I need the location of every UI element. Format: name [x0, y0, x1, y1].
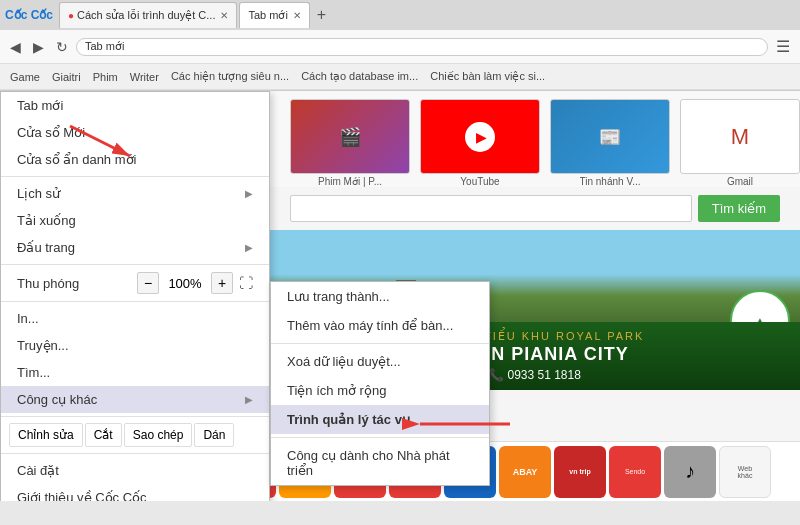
thumbnail-youtube[interactable]: ▶ YouTube: [420, 99, 540, 187]
zoom-minus-button[interactable]: −: [137, 272, 159, 294]
submenu-tien-ich[interactable]: Tiện ích mở rộng: [271, 376, 489, 405]
main-content: 🎬 Phim Mới | P... ▶ YouTube: [0, 91, 800, 501]
submenu-cong-cu-khac: Lưu trang thành... Thêm vào máy tính để …: [270, 281, 490, 486]
nav-bar: ◀ ▶ ↻ ☰: [0, 30, 800, 64]
menu-tim-label: Tìm...: [17, 365, 50, 380]
submenu-trinh-quan-ly[interactable]: Trình quản lý tác vụ: [271, 405, 489, 434]
tab-inactive-label: Cách sửa lỗi trình duyệt C...: [77, 9, 215, 22]
zoom-value: 100%: [165, 276, 205, 291]
thumbnail-youtube-label: YouTube: [460, 176, 499, 187]
divider-4: [1, 416, 269, 417]
menu-tim[interactable]: Tìm...: [1, 359, 269, 386]
bookmark-banlam[interactable]: Chiếc bàn làm việc si...: [426, 69, 549, 84]
music-icon: ♪: [685, 460, 695, 483]
gmail-icon: M: [731, 124, 749, 150]
submenu-xoa-du-lieu[interactable]: Xoá dữ liệu duyệt...: [271, 347, 489, 376]
submenu-them-vao[interactable]: Thêm vào máy tính để bàn...: [271, 311, 489, 340]
tab-active-label: Tab mới: [248, 9, 287, 22]
submenu-divider-1: [271, 343, 489, 344]
menu-cua-so-an-danh[interactable]: Cửa sổ ẩn danh mới: [1, 146, 269, 173]
thumbnail-tinnhanh-label: Tin nhánh V...: [580, 176, 641, 187]
bookmark-hientuong[interactable]: Các hiện tượng siêu n...: [167, 69, 293, 84]
menu-dau-trang[interactable]: Đấu trang ▶: [1, 234, 269, 261]
menu-truyen-label: Truyện...: [17, 338, 69, 353]
arrow-icon: ▶: [245, 188, 253, 199]
menu-cua-so-moi-label: Cửa sổ Mới: [17, 125, 85, 140]
menu-dau-trang-label: Đấu trang: [17, 240, 75, 255]
search-button[interactable]: Tìm kiếm: [698, 195, 780, 222]
search-input[interactable]: [290, 195, 692, 222]
arrow-icon-3: ▶: [245, 394, 253, 405]
cat-button[interactable]: Cắt: [85, 423, 122, 447]
dan-button[interactable]: Dán: [194, 423, 234, 447]
tab-icon: ●: [68, 10, 74, 21]
youtube-play-icon: ▶: [476, 129, 487, 145]
phone-number: 0933 51 1818: [507, 368, 580, 382]
tab-close-inactive[interactable]: ✕: [220, 10, 228, 21]
menu-tai-xuong[interactable]: Tải xuống: [1, 207, 269, 234]
bookmark-giaitri[interactable]: Giaitri: [48, 70, 85, 84]
thumbnails-row: 🎬 Phim Mới | P... ▶ YouTube: [290, 99, 790, 187]
thumbnail-phim[interactable]: 🎬 Phim Mới | P...: [290, 99, 410, 187]
bookmark-phim[interactable]: Phim: [89, 70, 122, 84]
divider-2: [1, 264, 269, 265]
tab-close-active[interactable]: ✕: [293, 10, 301, 21]
menu-gioi-thieu[interactable]: Giới thiệu về Cốc Cốc: [1, 484, 269, 501]
submenu-cong-cu-nha-phat-trien[interactable]: Công cụ dành cho Nhà phát triển: [271, 441, 489, 485]
app-webkhac[interactable]: Webkhác: [719, 446, 771, 498]
browser-logo: Cốc Cốc: [5, 8, 53, 22]
divider-5: [1, 453, 269, 454]
edit-group: Chỉnh sửa Cắt Sao chép Dán: [1, 420, 269, 450]
zoom-row: Thu phóng − 100% + ⛶: [1, 268, 269, 298]
abay-label: ABAY: [513, 467, 538, 477]
back-button[interactable]: ◀: [6, 37, 25, 57]
menu-cong-cu-khac-label: Công cụ khác: [17, 392, 97, 407]
thumbnail-gmail-image: M: [680, 99, 800, 174]
thumbnail-gmail-label: Gmail: [727, 176, 753, 187]
bookmark-database[interactable]: Cách tạo database im...: [297, 69, 422, 84]
sendo2-label: Sendo: [625, 468, 645, 475]
menu-lich-su[interactable]: Lịch sử ▶: [1, 180, 269, 207]
thumbnail-phim-image: 🎬: [290, 99, 410, 174]
address-bar[interactable]: [76, 38, 768, 56]
bookmark-game[interactable]: Game: [6, 70, 44, 84]
thumbnail-gmail[interactable]: M Gmail: [680, 99, 800, 187]
app-music[interactable]: ♪: [664, 446, 716, 498]
zoom-fullscreen-button[interactable]: ⛶: [239, 275, 253, 291]
menu-cua-so-moi[interactable]: Cửa sổ Mới: [1, 119, 269, 146]
chinh-sua-button[interactable]: Chỉnh sửa: [9, 423, 83, 447]
menu-cai-dat-label: Cài đặt: [17, 463, 59, 478]
thumbnail-phim-label: Phim Mới | P...: [318, 176, 382, 187]
app-sendo2[interactable]: Sendo: [609, 446, 661, 498]
webkhac-label: Webkhác: [738, 465, 753, 479]
refresh-button[interactable]: ↻: [52, 37, 72, 57]
menu-lich-su-label: Lịch sử: [17, 186, 60, 201]
thumbnail-tinnhanh[interactable]: 📰 Tin nhánh V...: [550, 99, 670, 187]
zoom-plus-button[interactable]: +: [211, 272, 233, 294]
new-tab-button[interactable]: +: [312, 6, 331, 24]
menu-tab-moi[interactable]: Tab mới: [1, 92, 269, 119]
app-vntrip[interactable]: vn trip: [554, 446, 606, 498]
phone-icon: 📞: [489, 368, 504, 382]
divider-1: [1, 176, 269, 177]
menu-cai-dat[interactable]: Cài đặt: [1, 457, 269, 484]
vntrip-label: vn trip: [569, 468, 590, 475]
bookmark-writer[interactable]: Writer: [126, 70, 163, 84]
menu-cua-so-an-danh-label: Cửa sổ ẩn danh mới: [17, 152, 136, 167]
tab-active[interactable]: Tab mới ✕: [239, 2, 309, 28]
dropdown-menu: Tab mới Cửa sổ Mới Cửa sổ ẩn danh mới Lị…: [0, 91, 270, 501]
sao-chep-button[interactable]: Sao chép: [124, 423, 193, 447]
forward-button[interactable]: ▶: [29, 37, 48, 57]
menu-tab-moi-label: Tab mới: [17, 98, 63, 113]
submenu-luu-trang[interactable]: Lưu trang thành...: [271, 282, 489, 311]
thumbnail-tinnhanh-image: 📰: [550, 99, 670, 174]
menu-truyen[interactable]: Truyện...: [1, 332, 269, 359]
menu-button[interactable]: ☰: [772, 35, 794, 58]
arrow-icon-2: ▶: [245, 242, 253, 253]
tab-inactive[interactable]: ● Cách sửa lỗi trình duyệt C... ✕: [59, 2, 237, 28]
menu-gioi-thieu-label: Giới thiệu về Cốc Cốc: [17, 490, 147, 501]
menu-in[interactable]: In...: [1, 305, 269, 332]
app-abay[interactable]: ABAY: [499, 446, 551, 498]
menu-cong-cu-khac[interactable]: Công cụ khác ▶: [1, 386, 269, 413]
zoom-label: Thu phóng: [17, 276, 131, 291]
